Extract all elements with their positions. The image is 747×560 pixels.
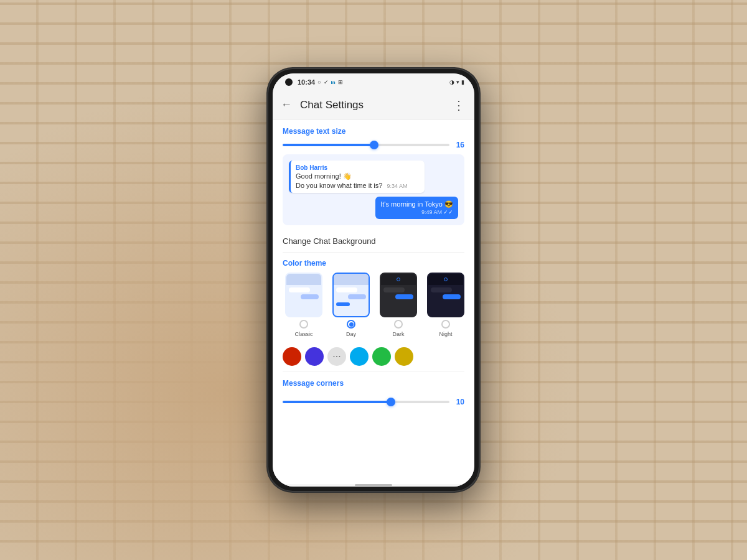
theme-header-dark bbox=[381, 274, 416, 285]
status-icon-wifi: ▾ bbox=[456, 79, 459, 85]
theme-name-night: Night bbox=[439, 331, 452, 337]
sent-message-row: It's morning in Tokyo 😎 9:49 AM ✓✓ bbox=[289, 197, 458, 219]
change-background-item[interactable]: Change Chat Background bbox=[273, 230, 474, 252]
theme-bubble-received-dark bbox=[383, 287, 405, 292]
status-bar: 10:34 ○ ✓ in ⊞ ◑ ▾ ▮ bbox=[273, 73, 474, 91]
sent-meta: 9:49 AM ✓✓ bbox=[380, 209, 453, 215]
theme-preview-day bbox=[332, 273, 370, 317]
message-corners-label: Message corners bbox=[283, 379, 464, 388]
color-dot-purple[interactable] bbox=[305, 347, 324, 366]
more-icon: ⋮ bbox=[453, 99, 464, 111]
text-size-slider-thumb[interactable] bbox=[370, 141, 378, 149]
status-icon-check: ✓ bbox=[324, 79, 329, 85]
theme-bubble-sent-dark bbox=[395, 294, 413, 299]
theme-preview-classic bbox=[285, 273, 322, 317]
message-sender: Bob Harris bbox=[296, 164, 420, 171]
color-dot-green[interactable] bbox=[372, 347, 391, 366]
theme-bubble-received-classic bbox=[289, 287, 310, 292]
theme-radio-dark[interactable] bbox=[394, 320, 403, 329]
sent-text: It's morning in Tokyo 😎 bbox=[380, 200, 453, 208]
theme-bubble-sent-night bbox=[443, 294, 461, 299]
theme-header-day bbox=[334, 274, 369, 285]
theme-day[interactable]: Day bbox=[330, 273, 372, 337]
status-time: 10:34 bbox=[298, 78, 315, 86]
theme-radio-night[interactable] bbox=[441, 320, 450, 329]
double-check-icon: ✓✓ bbox=[443, 209, 453, 215]
theme-name-day: Day bbox=[346, 331, 356, 337]
bottom-bar bbox=[273, 484, 474, 487]
theme-name-dark: Dark bbox=[392, 331, 404, 337]
theme-body-classic bbox=[286, 285, 321, 302]
corners-slider-track[interactable] bbox=[283, 401, 449, 403]
message-line2: Do you know what time it is? 9:34 AM bbox=[296, 182, 420, 189]
more-options-button[interactable]: ⋮ bbox=[447, 94, 469, 116]
text-size-slider-fill bbox=[283, 144, 374, 146]
dark-header-dot bbox=[397, 278, 400, 281]
corners-slider-value: 10 bbox=[454, 398, 464, 406]
sent-time: 9:49 AM bbox=[421, 209, 442, 215]
theme-arctic[interactable]: Arctic bbox=[472, 273, 474, 337]
theme-header-classic bbox=[286, 274, 321, 285]
theme-bubble-sent-classic bbox=[301, 294, 319, 299]
theme-header-night bbox=[428, 274, 463, 285]
corners-slider-thumb[interactable] bbox=[387, 398, 395, 406]
color-dot-cyan[interactable] bbox=[350, 347, 369, 366]
theme-preview-dark bbox=[380, 273, 417, 317]
theme-radio-inner-day bbox=[349, 322, 354, 327]
settings-content: Message text size 16 Bob Harris Good mor… bbox=[273, 119, 474, 484]
night-header-dot bbox=[444, 278, 448, 281]
theme-night[interactable]: Night bbox=[425, 273, 467, 337]
color-theme-label: Color theme bbox=[273, 259, 474, 268]
status-icon-linkedin: in bbox=[331, 80, 336, 85]
back-button[interactable]: ← bbox=[275, 94, 298, 116]
theme-dark[interactable]: Dark bbox=[377, 273, 420, 337]
phone-screen: 10:34 ○ ✓ in ⊞ ◑ ▾ ▮ ← Chat Settings ⋮ bbox=[273, 73, 474, 487]
text-size-slider-row: 16 bbox=[283, 141, 464, 149]
color-bubbles-row: ··· bbox=[273, 342, 474, 371]
text-size-slider-track[interactable] bbox=[283, 144, 449, 146]
theme-name-classic: Classic bbox=[294, 331, 312, 337]
color-dot-more[interactable]: ··· bbox=[327, 347, 346, 366]
color-dot-gold[interactable] bbox=[395, 347, 413, 366]
color-theme-section: Color theme Classic bbox=[273, 253, 474, 342]
color-dot-red[interactable] bbox=[283, 347, 301, 366]
message-text-size-section: Message text size 16 bbox=[273, 119, 474, 154]
phone-device: 10:34 ○ ✓ in ⊞ ◑ ▾ ▮ ← Chat Settings ⋮ bbox=[268, 68, 479, 492]
theme-classic[interactable]: Classic bbox=[283, 273, 325, 337]
theme-body-night bbox=[428, 285, 463, 302]
sent-message: It's morning in Tokyo 😎 9:49 AM ✓✓ bbox=[375, 197, 458, 219]
corners-slider-row: 10 bbox=[273, 398, 474, 413]
day-accent bbox=[336, 302, 350, 306]
status-icon-circle: ○ bbox=[317, 79, 321, 85]
status-icon-grid: ⊞ bbox=[338, 79, 343, 85]
message-text-size-label: Message text size bbox=[283, 127, 464, 136]
status-icon-battery: ▮ bbox=[461, 79, 464, 85]
theme-scroll-row: Classic bbox=[273, 273, 474, 337]
theme-bubble-received-night bbox=[431, 287, 452, 292]
status-bar-left: 10:34 ○ ✓ in ⊞ bbox=[285, 78, 343, 86]
theme-body-day bbox=[334, 285, 369, 309]
message-corners-section: Message corners bbox=[273, 371, 474, 398]
theme-preview-night bbox=[427, 273, 464, 317]
app-bar: ← Chat Settings ⋮ bbox=[273, 91, 474, 119]
text-size-value: 16 bbox=[454, 141, 464, 149]
chat-preview: Bob Harris Good morning! 👋 Do you know w… bbox=[283, 154, 464, 225]
theme-bubble-sent-day bbox=[348, 294, 366, 299]
page-title: Chat Settings bbox=[300, 99, 447, 111]
theme-body-dark bbox=[381, 285, 416, 302]
back-icon: ← bbox=[281, 98, 292, 111]
theme-bubble-received-day bbox=[336, 287, 357, 292]
received-time: 9:34 AM bbox=[387, 183, 407, 189]
theme-radio-classic[interactable] bbox=[299, 320, 308, 329]
status-icon-brightness: ◑ bbox=[449, 79, 454, 85]
corners-slider-fill bbox=[283, 401, 391, 403]
status-icons-right: ◑ ▾ ▮ bbox=[449, 79, 464, 85]
camera-hole bbox=[285, 78, 293, 86]
more-colors-icon: ··· bbox=[332, 351, 341, 362]
theme-radio-day[interactable] bbox=[347, 320, 355, 329]
received-message: Bob Harris Good morning! 👋 Do you know w… bbox=[289, 161, 425, 193]
message-line1: Good morning! 👋 bbox=[296, 172, 420, 180]
home-indicator[interactable] bbox=[355, 484, 392, 486]
